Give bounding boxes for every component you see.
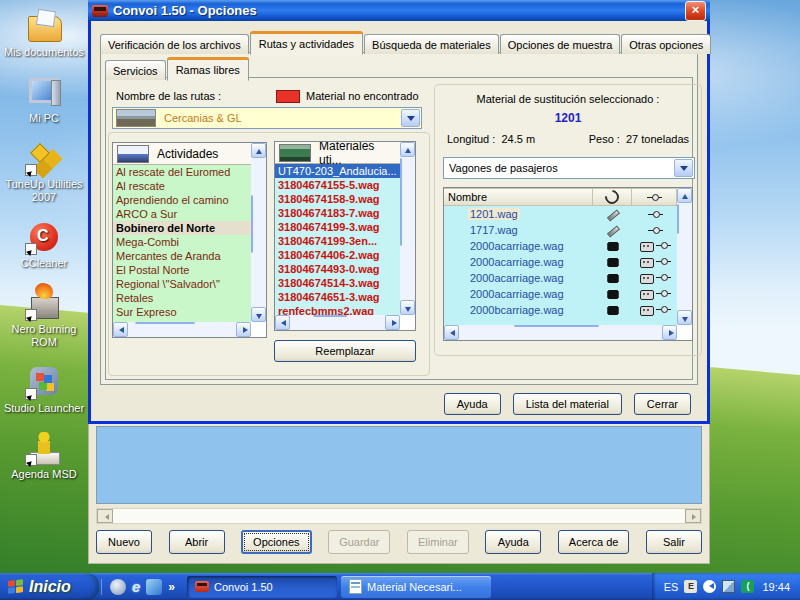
desktop-icon[interactable]: CCleaner: [2, 219, 86, 270]
quick-launch-icon-2[interactable]: [146, 579, 162, 595]
activity-item[interactable]: Aprendiendo el camino: [113, 193, 251, 207]
scroll-left-button[interactable]: [113, 322, 128, 337]
table-row[interactable]: 2000acarriage.wag: [444, 238, 677, 254]
hide-icons-button[interactable]: [703, 580, 716, 593]
activity-item[interactable]: Al rescate: [113, 179, 251, 193]
table-row[interactable]: 1717.wag: [444, 222, 677, 238]
scroll-up-button[interactable]: [251, 143, 266, 158]
quick-launch-chevron[interactable]: »: [168, 580, 175, 594]
table-row[interactable]: 2000acarriage.wag: [444, 254, 677, 270]
start-button[interactable]: Inicio: [0, 573, 99, 600]
main-tab[interactable]: Otras opciones: [621, 34, 711, 54]
scroll-down-button[interactable]: [251, 307, 266, 322]
scroll-left-button[interactable]: [275, 315, 290, 330]
chevron-down-icon[interactable]: [401, 109, 420, 127]
coupling-column-header[interactable]: [632, 188, 677, 206]
name-column-header[interactable]: Nombre: [444, 188, 593, 206]
material-item[interactable]: 31804674514-3.wag: [275, 276, 400, 290]
desktop-icon[interactable]: Agenda MSD: [2, 430, 86, 481]
language-indicator[interactable]: ES: [664, 581, 679, 593]
chevron-down-icon[interactable]: [674, 159, 693, 177]
window-button[interactable]: Abrir: [169, 530, 225, 554]
material-item[interactable]: renfecbmms2.wag: [275, 304, 400, 315]
scroll-right-button[interactable]: [385, 315, 400, 330]
desktop-icon[interactable]: Studio Launcher: [2, 364, 86, 415]
scrollbar-thumb[interactable]: [251, 195, 253, 253]
horizontal-scrollbar[interactable]: [444, 325, 677, 340]
table-row[interactable]: 2000acarriage.wag: [444, 270, 677, 286]
keyboard-tray-icon[interactable]: E: [684, 580, 697, 593]
window-button[interactable]: Eliminar: [407, 530, 469, 554]
scroll-left-button[interactable]: [444, 325, 459, 340]
scroll-right-button[interactable]: [685, 509, 701, 523]
material-item[interactable]: 31804674406-2.wag: [275, 248, 400, 262]
material-item[interactable]: 31804674199-3.wag: [275, 220, 400, 234]
activity-item[interactable]: ARCO a Sur: [113, 207, 251, 221]
window-button[interactable]: Nuevo: [96, 530, 152, 554]
vertical-scrollbar[interactable]: [400, 142, 415, 315]
category-combobox[interactable]: Vagones de pasajeros: [443, 157, 695, 179]
vertical-scrollbar[interactable]: [251, 143, 266, 322]
sub-tab[interactable]: Ramas libres: [167, 58, 249, 81]
activity-item[interactable]: Retales: [113, 291, 251, 305]
dialog-titlebar[interactable]: Convoi 1.50 - Opciones ×: [88, 0, 710, 21]
horizontal-scrollbar[interactable]: [275, 315, 400, 330]
material-item[interactable]: 31804674651-3.wag: [275, 290, 400, 304]
table-row[interactable]: 2000acarriage.wag: [444, 286, 677, 302]
material-item[interactable]: UT470-203_Andalucia...: [275, 164, 400, 178]
dialog-button[interactable]: Lista del material: [513, 393, 622, 415]
main-tab[interactable]: Búsqueda de materiales: [364, 34, 499, 54]
desktop-icon[interactable]: Nero Burning ROM: [2, 285, 86, 349]
material-item[interactable]: 31804674158-9.wag: [275, 192, 400, 206]
horizontal-scrollbar[interactable]: [113, 322, 251, 337]
material-item[interactable]: 31804674199-3en...: [275, 234, 400, 248]
window-button[interactable]: Salir: [646, 530, 702, 554]
scroll-right-button[interactable]: [662, 325, 677, 340]
scrollbar-thumb[interactable]: [400, 158, 402, 246]
activity-item[interactable]: Bobinero del Norte: [113, 221, 251, 235]
desktop-icon[interactable]: Mis documentos: [2, 8, 86, 59]
taskbar-task-convoi[interactable]: Convoi 1.50: [187, 576, 337, 598]
material-list-panel[interactable]: [96, 426, 702, 504]
dialog-button[interactable]: Ayuda: [444, 393, 501, 415]
material-item[interactable]: 31804674155-5.wag: [275, 178, 400, 192]
window-button[interactable]: Acerca de: [558, 530, 630, 554]
horizontal-scrollbar[interactable]: [96, 508, 702, 524]
route-combobox[interactable]: Cercanias & GL: [112, 107, 422, 129]
scrollbar-thumb[interactable]: [313, 315, 347, 317]
material-item[interactable]: 31804674183-7.wag: [275, 206, 400, 220]
desktop-icon[interactable]: Mi PC: [2, 74, 86, 125]
desktop-icon[interactable]: TuneUp Utilities 2007: [2, 140, 86, 204]
rotate-column-header[interactable]: [593, 188, 633, 206]
activity-item[interactable]: Mercantes de Aranda: [113, 249, 251, 263]
table-row[interactable]: 2000bcarriage.wag: [444, 302, 677, 318]
internet-explorer-icon[interactable]: e: [132, 579, 140, 595]
scroll-down-button[interactable]: [677, 310, 692, 325]
scroll-down-button[interactable]: [400, 300, 415, 315]
quick-launch-icon-1[interactable]: [110, 579, 126, 595]
window-button[interactable]: Guardar: [328, 530, 390, 554]
display-tray-icon[interactable]: [722, 580, 735, 593]
main-tab[interactable]: Opciones de muestra: [500, 34, 621, 54]
activity-item[interactable]: Mega-Combi: [113, 235, 251, 249]
scroll-up-button[interactable]: [400, 142, 415, 157]
sub-tab[interactable]: Servicios: [105, 60, 166, 80]
vertical-scrollbar[interactable]: [677, 188, 692, 325]
app-tray-icon[interactable]: (: [741, 580, 754, 593]
activity-item[interactable]: Al rescate del Euromed: [113, 165, 251, 179]
window-button[interactable]: Ayuda: [485, 530, 541, 554]
dialog-button[interactable]: Cerrar: [634, 393, 691, 415]
scroll-up-button[interactable]: [677, 188, 692, 203]
material-item[interactable]: 31804674493-0.wag: [275, 262, 400, 276]
activity-item[interactable]: El Postal Norte: [113, 263, 251, 277]
scrollbar-thumb[interactable]: [135, 322, 195, 324]
window-button[interactable]: Opciones: [241, 530, 311, 554]
close-icon[interactable]: ×: [685, 1, 706, 21]
activity-item[interactable]: Sur Expreso: [113, 305, 251, 319]
scrollbar-thumb[interactable]: [514, 325, 599, 327]
table-row[interactable]: 1201.wag: [444, 206, 677, 222]
main-tab[interactable]: Rutas y actividades: [250, 32, 363, 55]
activity-item[interactable]: Regional \"Salvador\": [113, 277, 251, 291]
scroll-right-button[interactable]: [236, 322, 251, 337]
scroll-left-button[interactable]: [97, 509, 113, 523]
